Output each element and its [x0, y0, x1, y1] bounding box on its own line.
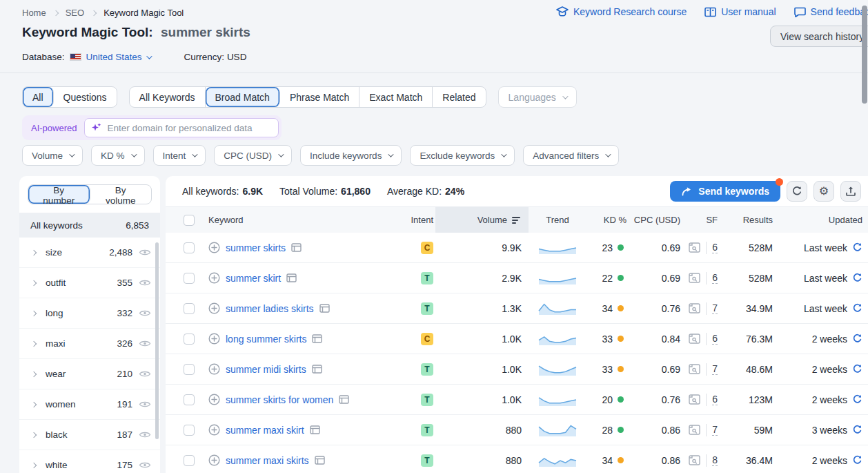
ads-history-icon[interactable] [689, 455, 700, 465]
eye-icon[interactable] [139, 461, 151, 470]
column-header-volume[interactable]: Volume [435, 207, 529, 233]
serp-features-link[interactable]: 7 [712, 363, 718, 376]
eye-icon[interactable] [139, 309, 151, 318]
eye-icon[interactable] [139, 339, 151, 348]
keyword-group-item[interactable]: wear 210 [19, 359, 160, 389]
select-all-checkbox[interactable] [184, 215, 195, 226]
serp-features-link[interactable]: 6 [712, 333, 718, 345]
column-header-updated[interactable]: Updated [773, 207, 868, 233]
row-checkbox[interactable] [184, 303, 195, 314]
domain-input[interactable] [84, 118, 279, 137]
filter-dropdown[interactable]: Exclude keywords [410, 145, 515, 166]
refresh-metrics-icon[interactable] [852, 334, 862, 344]
breadcrumb-item[interactable]: Keyword Magic Tool [92, 8, 184, 18]
languages-dropdown[interactable]: Languages [498, 86, 577, 108]
filter-dropdown[interactable]: Include keywords [300, 145, 402, 166]
eye-icon[interactable] [139, 248, 151, 257]
keyword-research-course-link[interactable]: Keyword Research course [556, 6, 687, 17]
breadcrumb-label[interactable]: Keyword Magic Tool [103, 8, 184, 18]
serp-preview-icon[interactable] [312, 334, 322, 343]
ads-history-icon[interactable] [689, 273, 700, 283]
settings-button[interactable]: ⚙ [813, 181, 834, 202]
sidebar-scrollbar[interactable] [155, 242, 159, 439]
toggle-button[interactable]: By volume [90, 185, 152, 204]
column-header-cpc[interactable]: CPC (USD) [627, 207, 680, 233]
breadcrumb-item[interactable]: Home [22, 8, 46, 18]
row-checkbox[interactable] [184, 455, 195, 466]
add-to-list-icon[interactable] [208, 242, 220, 253]
refresh-metrics-icon[interactable] [852, 364, 862, 374]
keyword-group-item[interactable]: white 175 [19, 450, 160, 473]
ads-history-icon[interactable] [689, 334, 700, 344]
eye-icon[interactable] [139, 278, 151, 287]
keyword-group-item[interactable]: women 191 [19, 389, 160, 420]
keyword-group-item[interactable]: outfit 355 [19, 268, 160, 298]
breadcrumb-label[interactable]: SEO [66, 8, 84, 18]
column-header-keyword[interactable]: Keyword [196, 207, 401, 233]
eye-icon[interactable] [139, 400, 151, 409]
eye-icon[interactable] [139, 430, 151, 439]
row-checkbox[interactable] [184, 364, 195, 375]
keyword-link[interactable]: summer ladies skirts [226, 303, 314, 314]
column-header-intent[interactable]: Intent [401, 207, 435, 233]
ads-history-icon[interactable] [689, 425, 700, 435]
refresh-metrics-icon[interactable] [852, 303, 862, 313]
serp-features-link[interactable]: 6 [712, 272, 718, 284]
row-checkbox[interactable] [184, 425, 195, 436]
database-selector[interactable]: United States [86, 52, 150, 62]
refresh-metrics-icon[interactable] [852, 455, 862, 465]
tab-button[interactable]: Phrase Match [280, 87, 359, 107]
add-to-list-icon[interactable] [208, 363, 220, 375]
tab-button[interactable]: All Keywords [130, 87, 206, 107]
keyword-group-item[interactable]: size 2,488 [19, 238, 160, 268]
tab-button[interactable]: Questions [54, 87, 117, 107]
keyword-link[interactable]: long summer skirts [226, 334, 306, 345]
serp-features-link[interactable]: 6 [712, 394, 718, 406]
send-feedback-link[interactable]: Send feedback [794, 6, 868, 17]
tab-button[interactable]: Exact Match [359, 87, 433, 107]
refresh-metrics-icon[interactable] [852, 273, 862, 283]
filter-dropdown[interactable]: Volume [22, 145, 83, 166]
ads-history-icon[interactable] [689, 303, 700, 313]
filter-dropdown[interactable]: Advanced filters [523, 145, 619, 166]
serp-features-link[interactable]: 6 [712, 242, 718, 254]
keyword-group-item[interactable]: black 187 [19, 420, 160, 450]
keyword-link[interactable]: summer skirts for women [226, 394, 333, 405]
filter-dropdown[interactable]: CPC (USD) [214, 145, 292, 166]
serp-preview-icon[interactable] [312, 365, 322, 374]
serp-features-link[interactable]: 7 [712, 424, 718, 436]
row-checkbox[interactable] [184, 334, 195, 345]
column-header-trend[interactable]: Trend [529, 207, 586, 233]
row-checkbox[interactable] [184, 394, 195, 405]
send-keywords-button[interactable]: Send keywords [670, 181, 780, 202]
ads-history-icon[interactable] [689, 394, 700, 405]
column-header-sf[interactable]: SF [680, 207, 724, 233]
page-scrollbar[interactable] [862, 6, 867, 104]
toggle-button[interactable]: By number [28, 185, 90, 204]
filter-dropdown[interactable]: Intent [153, 145, 206, 166]
filter-dropdown[interactable]: KD % [91, 145, 145, 166]
eye-icon[interactable] [139, 369, 151, 378]
keyword-link[interactable]: summer skirts [226, 242, 286, 253]
column-header-kd[interactable]: KD % [586, 207, 627, 233]
keyword-group-item[interactable]: long 332 [19, 298, 160, 329]
breadcrumb-label[interactable]: Home [22, 8, 46, 18]
breadcrumb-item[interactable]: SEO [54, 8, 84, 18]
refresh-metrics-icon[interactable] [852, 242, 862, 253]
keyword-group-item[interactable]: maxi 326 [19, 329, 160, 359]
serp-preview-icon[interactable] [310, 425, 320, 434]
user-manual-link[interactable]: User manual [704, 6, 776, 17]
add-to-list-icon[interactable] [208, 454, 220, 466]
tab-button[interactable]: All [23, 87, 54, 107]
serp-preview-icon[interactable] [315, 456, 325, 465]
refresh-button[interactable] [787, 181, 807, 202]
add-to-list-icon[interactable] [208, 394, 220, 405]
view-search-history-button[interactable]: View search history [770, 26, 868, 47]
serp-preview-icon[interactable] [319, 304, 330, 313]
keyword-link[interactable]: summer maxi skirts [226, 455, 309, 466]
serp-features-link[interactable]: 8 [712, 454, 718, 467]
keyword-link[interactable]: summer midi skirts [226, 364, 306, 375]
keyword-link[interactable]: summer skirt [226, 273, 281, 284]
serp-features-link[interactable]: 7 [712, 302, 718, 315]
refresh-metrics-icon[interactable] [852, 394, 862, 405]
